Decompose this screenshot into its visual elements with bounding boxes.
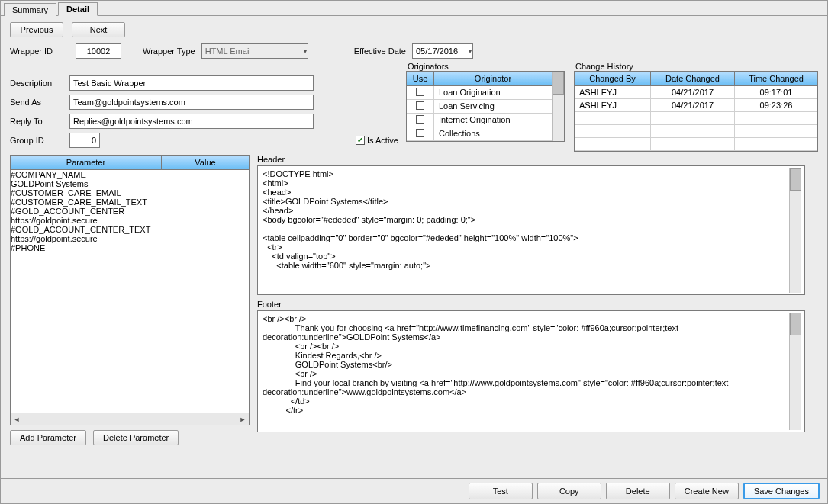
wrapper-id-input[interactable]	[76, 43, 121, 59]
table-row	[11, 321, 249, 335]
group-id-label: Group ID	[10, 136, 69, 145]
previous-button[interactable]: Previous	[10, 22, 63, 37]
tab-summary[interactable]: Summary	[4, 3, 56, 16]
time-changed-cell: 09:23:26	[735, 99, 817, 111]
table-row	[11, 307, 249, 321]
table-row	[11, 335, 249, 348]
table-row[interactable]: Internet Origination	[407, 114, 552, 127]
footer-scrollbar[interactable]	[789, 313, 801, 430]
table-row[interactable]: ASHLEYJ04/21/201709:17:01	[575, 86, 817, 99]
table-row	[11, 348, 249, 362]
is-active-checkbox[interactable]	[356, 136, 365, 145]
date-changed-cell: 04/21/2017	[651, 86, 735, 98]
table-row[interactable]: ASHLEYJ04/21/201709:23:26	[575, 99, 817, 112]
send-as-label: Send As	[10, 98, 69, 107]
wrapper-id-label: Wrapper ID	[10, 47, 69, 56]
table-row[interactable]: #GOLD_ACCOUNT_CENTERhttps://goldpoint.se…	[11, 207, 249, 225]
arrow-right-icon[interactable]: ►	[237, 416, 249, 423]
header-textarea[interactable]	[261, 168, 789, 293]
originator-name: Loan Servicing	[434, 100, 552, 113]
checkbox-icon[interactable]	[416, 129, 424, 137]
parameter-name-cell: #CUSTOMER_CARE_EMAIL	[11, 188, 162, 197]
save-changes-button[interactable]: Save Changes	[743, 483, 820, 499]
param-hscrollbar[interactable]: ◄ ►	[11, 413, 249, 425]
reply-to-input[interactable]	[69, 114, 314, 129]
originators-label: Originators	[406, 62, 565, 71]
table-row[interactable]: Loan Origination	[407, 86, 552, 100]
parameter-grid[interactable]: Parameter Value #COMPANY_NAMEGOLDPoint S…	[10, 155, 250, 425]
table-row	[11, 294, 249, 307]
parameter-name-cell: #PHONE	[11, 243, 162, 252]
originators-scrollbar[interactable]	[552, 72, 564, 141]
table-row[interactable]: Collections	[407, 127, 552, 141]
effective-date-input[interactable]	[412, 43, 473, 59]
originator-name: Loan Origination	[434, 86, 552, 99]
table-row[interactable]: Loan Servicing	[407, 100, 552, 114]
parameter-value-cell: GOLDPoint Systems	[11, 179, 249, 188]
originators-col-originator[interactable]: Originator	[434, 72, 552, 85]
table-row	[11, 376, 249, 390]
send-as-input[interactable]	[69, 95, 314, 110]
table-row	[575, 138, 817, 151]
table-row	[11, 280, 249, 294]
parameter-value-cell: https://goldpoint.secure	[11, 216, 249, 225]
parameter-name-cell: #GOLD_ACCOUNT_CENTER_TEXT	[11, 225, 162, 234]
checkbox-icon[interactable]	[416, 101, 424, 110]
parameter-name-cell: #GOLD_ACCOUNT_CENTER	[11, 207, 162, 216]
reply-to-label: Reply To	[10, 117, 69, 126]
footer-label: Footer	[257, 300, 818, 309]
changed-by-cell: ASHLEYJ	[575, 86, 651, 98]
wrapper-type-label: Wrapper Type	[143, 47, 195, 56]
wrapper-type-select[interactable]	[201, 43, 308, 59]
table-row	[575, 112, 817, 125]
header-scrollbar[interactable]	[789, 168, 801, 293]
table-row[interactable]: #COMPANY_NAMEGOLDPoint Systems	[11, 170, 249, 188]
next-button[interactable]: Next	[72, 22, 125, 37]
arrow-left-icon[interactable]: ◄	[11, 416, 23, 423]
footer-textarea[interactable]	[261, 313, 789, 430]
header-label: Header	[257, 155, 818, 164]
param-col-value[interactable]: Value	[162, 156, 249, 169]
effective-date-label: Effective Date	[354, 47, 406, 56]
parameter-name-cell: #CUSTOMER_CARE_EMAIL_TEXT	[11, 197, 162, 207]
description-input[interactable]	[69, 75, 314, 91]
time-changed-cell: 09:17:01	[735, 86, 817, 98]
copy-button[interactable]: Copy	[537, 483, 601, 499]
table-row	[11, 266, 249, 280]
originator-name: Collections	[434, 127, 552, 140]
change-history-label: Change History	[574, 62, 818, 71]
changed-by-cell: ASHLEYJ	[575, 99, 651, 111]
change-history-col-changedby[interactable]: Changed By	[575, 72, 651, 85]
is-active-label: Is Active	[367, 136, 398, 145]
originators-col-use[interactable]: Use	[407, 72, 434, 85]
delete-parameter-button[interactable]: Delete Parameter	[93, 430, 179, 445]
param-col-parameter[interactable]: Parameter	[11, 156, 162, 169]
checkbox-icon[interactable]	[416, 115, 424, 124]
create-new-button[interactable]: Create New	[675, 483, 739, 499]
table-row[interactable]: #CUSTOMER_CARE_EMAIL	[11, 188, 249, 197]
group-id-input[interactable]	[69, 133, 100, 148]
parameter-value-cell: https://goldpoint.secure	[11, 234, 249, 243]
test-button[interactable]: Test	[469, 483, 533, 499]
tab-detail[interactable]: Detail	[58, 2, 98, 16]
originator-name: Internet Origination	[434, 114, 552, 127]
table-row	[575, 125, 817, 138]
table-row[interactable]: #GOLD_ACCOUNT_CENTER_TEXThttps://goldpoi…	[11, 225, 249, 243]
table-row	[11, 362, 249, 376]
table-row[interactable]: #CUSTOMER_CARE_EMAIL_TEXT	[11, 197, 249, 207]
table-row[interactable]: #PHONE	[11, 243, 249, 252]
change-history-col-datechanged[interactable]: Date Changed	[651, 72, 735, 85]
change-history-col-timechanged[interactable]: Time Changed	[735, 72, 817, 85]
description-label: Description	[10, 79, 69, 88]
table-row	[11, 252, 249, 266]
table-row	[11, 390, 249, 403]
checkbox-icon[interactable]	[416, 88, 424, 96]
parameter-name-cell: #COMPANY_NAME	[11, 170, 162, 179]
date-changed-cell: 04/21/2017	[651, 99, 735, 111]
delete-button[interactable]: Delete	[606, 483, 670, 499]
add-parameter-button[interactable]: Add Parameter	[10, 430, 86, 445]
